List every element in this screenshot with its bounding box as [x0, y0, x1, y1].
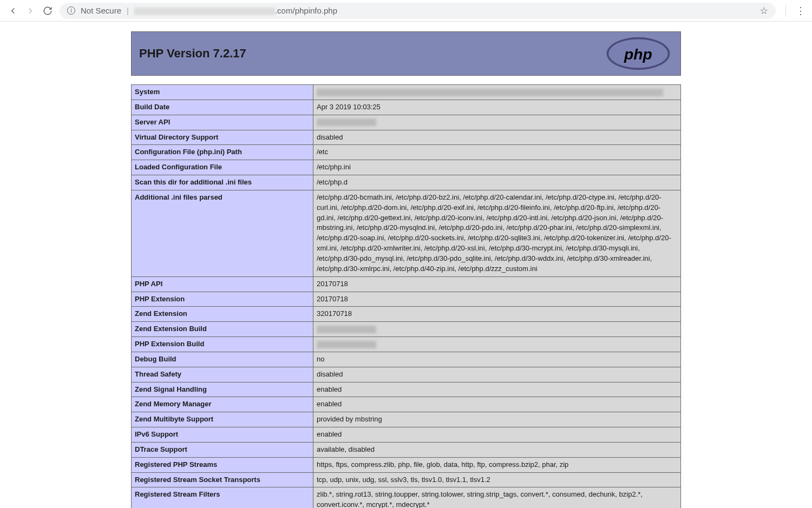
info-value: enabled	[313, 397, 681, 412]
info-value: disabled	[313, 130, 681, 145]
info-key: Zend Signal Handling	[132, 382, 313, 397]
page-title: PHP Version 7.2.17	[139, 47, 246, 61]
info-value	[313, 115, 681, 130]
obscured-value	[317, 341, 376, 348]
info-key: Registered PHP Streams	[132, 457, 313, 472]
info-key: DTrace Support	[132, 442, 313, 457]
info-value: 20170718	[313, 276, 681, 292]
info-key: Virtual Directory Support	[132, 130, 313, 145]
table-row: Configuration File (php.ini) Path/etc	[132, 145, 681, 160]
obscured-value	[317, 118, 376, 126]
table-row: Scan this dir for additional .ini files/…	[132, 175, 681, 190]
info-key: Zend Extension Build	[132, 322, 313, 337]
url-separator: |	[127, 6, 129, 15]
obscured-value	[317, 326, 376, 333]
table-row: DTrace Supportavailable, disabled	[132, 442, 681, 457]
table-row: Build DateApr 3 2019 10:03:25	[132, 100, 681, 115]
table-row: PHP Extension Build	[132, 337, 681, 352]
table-row: IPv6 Supportenabled	[132, 427, 681, 443]
url-text: .com/phpinfo.php	[134, 6, 754, 15]
info-key: Scan this dir for additional .ini files	[132, 175, 313, 190]
info-value: /etc	[313, 145, 681, 160]
info-value: 320170718	[313, 307, 681, 322]
info-value: Apr 3 2019 10:03:25	[313, 100, 681, 115]
info-key: Build Date	[132, 100, 313, 115]
info-value: /etc/php.d	[313, 175, 681, 190]
table-row: Debug Buildno	[132, 352, 681, 367]
table-row: Loaded Configuration File/etc/php.ini	[132, 160, 681, 175]
info-value: /etc/php.d/20-bcmath.ini, /etc/php.d/20-…	[313, 190, 681, 276]
table-row: Additional .ini files parsed/etc/php.d/2…	[132, 190, 681, 276]
info-value: 20170718	[313, 292, 681, 307]
info-value: available, disabled	[313, 442, 681, 457]
table-row: Registered Stream Filterszlib.*, string.…	[132, 487, 681, 508]
php-logo-icon: php	[604, 36, 673, 71]
table-row: Zend Extension Build	[132, 322, 681, 337]
info-key: Additional .ini files parsed	[132, 190, 313, 276]
info-key: Zend Extension	[132, 307, 313, 322]
info-value: tcp, udp, unix, udg, ssl, sslv3, tls, tl…	[313, 472, 681, 487]
info-key: PHP Extension Build	[132, 337, 313, 352]
phpinfo-page: PHP Version 7.2.17 php SystemBuild DateA…	[131, 31, 681, 508]
url-domain-obscured	[134, 8, 275, 15]
info-value: https, ftps, compress.zlib, php, file, g…	[313, 457, 681, 472]
not-secure-label: Not Secure	[81, 6, 121, 15]
info-key: Thread Safety	[132, 367, 313, 382]
obscured-value	[317, 89, 663, 96]
phpinfo-table: SystemBuild DateApr 3 2019 10:03:25Serve…	[131, 84, 681, 508]
info-key: Registered Stream Socket Transports	[132, 472, 313, 487]
table-row: Zend Multibyte Supportprovided by mbstri…	[132, 412, 681, 427]
info-key: Configuration File (php.ini) Path	[132, 145, 313, 160]
table-row: Registered Stream Socket Transportstcp, …	[132, 472, 681, 487]
info-value: enabled	[313, 427, 681, 443]
info-value: provided by mbstring	[313, 412, 681, 427]
table-row: Zend Memory Managerenabled	[132, 397, 681, 412]
table-row: PHP API20170718	[132, 276, 681, 292]
table-row: PHP Extension20170718	[132, 292, 681, 307]
info-value: /etc/php.ini	[313, 160, 681, 175]
info-key: System	[132, 85, 313, 100]
browser-toolbar: i Not Secure | .com/phpinfo.php ☆ ⋮	[0, 0, 812, 22]
phpinfo-header: PHP Version 7.2.17 php	[131, 31, 681, 76]
table-row: System	[132, 85, 681, 100]
info-key: Debug Build	[132, 352, 313, 367]
url-suffix: .com/phpinfo.php	[275, 6, 337, 15]
table-row: Virtual Directory Supportdisabled	[132, 130, 681, 145]
table-row: Thread Safetydisabled	[132, 367, 681, 382]
info-key: Server API	[132, 115, 313, 130]
info-key: IPv6 Support	[132, 427, 313, 443]
info-value: zlib.*, string.rot13, string.toupper, st…	[313, 487, 681, 508]
info-value: no	[313, 352, 681, 367]
info-value	[313, 85, 681, 100]
info-value	[313, 322, 681, 337]
info-key: Zend Memory Manager	[132, 397, 313, 412]
info-value: disabled	[313, 367, 681, 382]
reload-button[interactable]	[42, 5, 53, 16]
info-value: enabled	[313, 382, 681, 397]
info-key: PHP API	[132, 276, 313, 292]
table-row: Zend Extension320170718	[132, 307, 681, 322]
info-key: Zend Multibyte Support	[132, 412, 313, 427]
info-key: Loaded Configuration File	[132, 160, 313, 175]
info-key: Registered Stream Filters	[132, 487, 313, 508]
table-row: Registered PHP Streamshttps, ftps, compr…	[132, 457, 681, 472]
browser-menu-icon[interactable]: ⋮	[796, 5, 804, 17]
info-value	[313, 337, 681, 352]
back-button[interactable]	[8, 5, 18, 16]
toolbar-divider	[785, 5, 786, 17]
table-row: Zend Signal Handlingenabled	[132, 382, 681, 397]
bookmark-star-icon[interactable]: ☆	[759, 5, 768, 17]
site-info-icon[interactable]: i	[67, 6, 75, 15]
table-row: Server API	[132, 115, 681, 130]
address-bar[interactable]: i Not Secure | .com/phpinfo.php ☆	[60, 3, 776, 19]
forward-button[interactable]	[25, 5, 36, 16]
svg-text:php: php	[624, 45, 652, 63]
info-key: PHP Extension	[132, 292, 313, 307]
